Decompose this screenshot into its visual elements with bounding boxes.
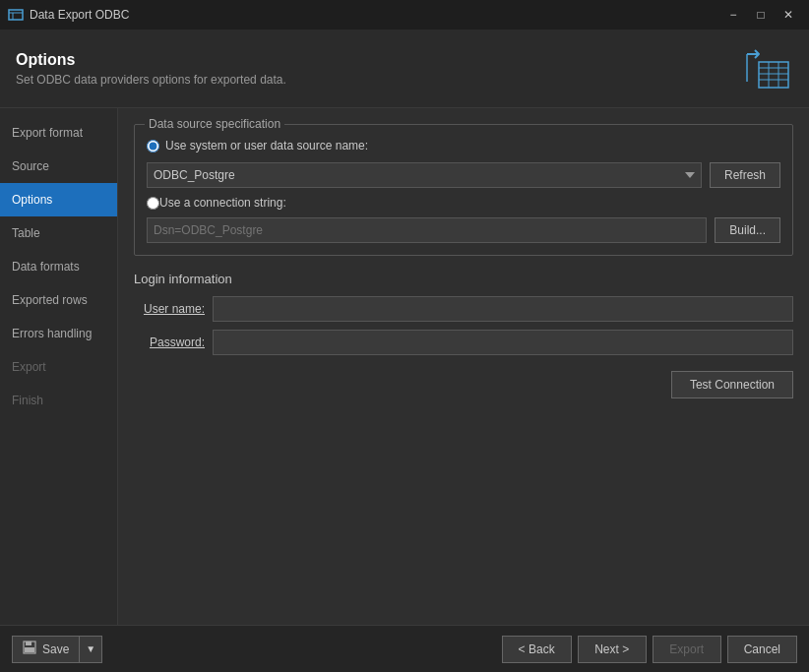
dsn-select[interactable]: ODBC_Postgre [147, 162, 702, 188]
password-row: Password: [134, 330, 793, 355]
radio-dsn[interactable] [147, 140, 159, 153]
main-container: Options Set ODBC data providers options … [0, 30, 809, 672]
next-button[interactable]: Next > [578, 636, 647, 663]
svg-rect-10 [26, 641, 31, 645]
login-title: Login information [134, 272, 793, 286]
password-label: Password: [134, 336, 213, 349]
page-title: Options [16, 51, 286, 69]
sidebar-item-exported-rows[interactable]: Exported rows [0, 283, 117, 317]
page-subtitle: Set ODBC data providers options for expo… [16, 73, 286, 87]
sidebar-item-export-format[interactable]: Export format [0, 116, 117, 150]
close-button[interactable]: ✕ [776, 5, 801, 25]
username-input[interactable] [213, 296, 793, 322]
radio-dsn-label: Use system or user data source name: [165, 139, 368, 153]
username-label: User name: [134, 302, 213, 316]
sidebar-item-errors-handling[interactable]: Errors handling [0, 317, 117, 350]
datasource-group-label: Data source specification [145, 117, 284, 131]
sidebar-item-options[interactable]: Options [0, 183, 117, 216]
radio-connstring-label: Use a connection string: [159, 196, 286, 210]
footer-right: < Back Next > Export Cancel [502, 636, 797, 663]
export-button: Export [653, 636, 721, 663]
sidebar-item-data-formats[interactable]: Data formats [0, 250, 117, 283]
sidebar-item-table[interactable]: Table [0, 216, 117, 250]
password-input[interactable] [213, 330, 793, 355]
sidebar-item-source[interactable]: Source [0, 150, 117, 183]
window-title: Data Export ODBC [30, 8, 720, 22]
minimize-button[interactable]: − [720, 5, 746, 25]
main-content: Data source specification Use system or … [118, 108, 809, 625]
save-icon [23, 641, 36, 657]
header: Options Set ODBC data providers options … [0, 30, 809, 108]
test-connection-button[interactable]: Test Connection [671, 371, 793, 398]
sidebar-item-finish: Finish [0, 384, 117, 417]
footer: Save ▼ < Back Next > Export Cancel [0, 625, 809, 672]
app-icon [8, 7, 24, 23]
save-dropdown-button[interactable]: ▼ [80, 636, 102, 663]
sidebar-item-export: Export [0, 350, 117, 384]
radio-dsn-row: Use system or user data source name: [147, 139, 780, 153]
test-connection-row: Test Connection [134, 371, 793, 398]
back-button[interactable]: < Back [502, 636, 572, 663]
svg-rect-3 [759, 62, 788, 88]
build-button[interactable]: Build... [715, 217, 780, 243]
footer-left: Save ▼ [12, 636, 102, 663]
radio-connstring-row: Use a connection string: [147, 196, 780, 210]
header-icon [734, 44, 793, 93]
datasource-group: Data source specification Use system or … [134, 124, 793, 256]
svg-rect-0 [9, 10, 23, 20]
title-bar: Data Export ODBC − □ ✕ [0, 0, 809, 30]
sidebar: Export format Source Options Table Data … [0, 108, 118, 625]
cancel-button[interactable]: Cancel [727, 636, 797, 663]
radio-connstring[interactable] [147, 197, 159, 210]
login-section: Login information User name: Password: [134, 272, 793, 355]
save-group: Save ▼ [12, 636, 102, 663]
conn-string-input[interactable] [147, 217, 707, 243]
conn-string-row: Build... [147, 217, 780, 243]
svg-rect-11 [25, 647, 34, 652]
refresh-button[interactable]: Refresh [710, 162, 780, 188]
username-row: User name: [134, 296, 793, 322]
dsn-row: ODBC_Postgre Refresh [147, 162, 780, 188]
maximize-button[interactable]: □ [748, 5, 774, 25]
save-button[interactable]: Save [12, 636, 80, 663]
window-controls: − □ ✕ [720, 5, 801, 25]
header-left: Options Set ODBC data providers options … [16, 51, 286, 87]
content-area: Export format Source Options Table Data … [0, 108, 809, 625]
